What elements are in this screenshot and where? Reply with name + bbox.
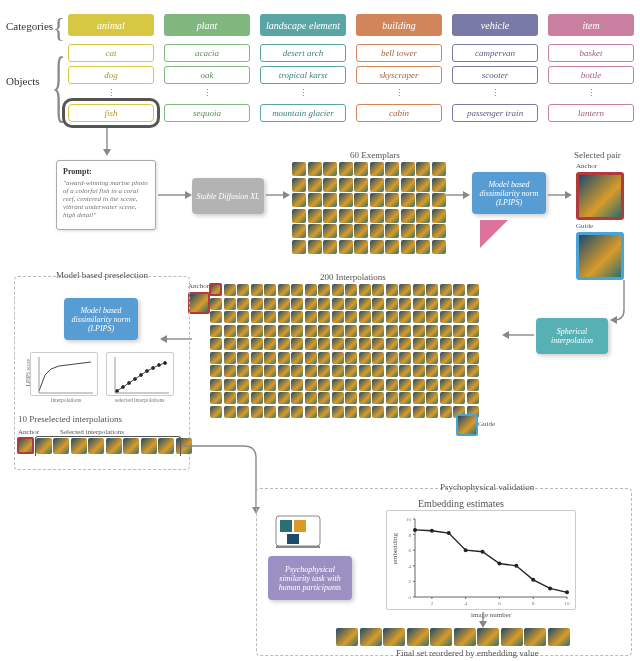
tile	[332, 311, 344, 323]
tile	[354, 193, 368, 207]
tile	[264, 392, 276, 404]
tile	[467, 365, 479, 377]
dots-row: ⋮⋮⋮⋮⋮⋮	[68, 88, 634, 98]
tile	[370, 209, 384, 223]
title-final: Final set reordered by embedding value	[396, 648, 539, 658]
tile	[399, 284, 411, 296]
tile	[426, 352, 438, 364]
object-dog: dog	[68, 66, 154, 84]
tile	[251, 311, 263, 323]
tile	[305, 379, 317, 391]
tile	[224, 406, 236, 418]
tile	[224, 392, 236, 404]
object-desert-arch: desert arch	[260, 44, 346, 62]
tile	[210, 392, 222, 404]
svg-marker-3	[185, 191, 192, 199]
tile	[210, 325, 222, 337]
tile	[426, 392, 438, 404]
tile	[318, 284, 330, 296]
tile	[467, 325, 479, 337]
prompt-title: Prompt:	[63, 167, 149, 176]
arrow-fish-to-prompt	[100, 128, 114, 156]
tile	[440, 379, 452, 391]
tile	[345, 365, 357, 377]
node-sdxl: Stable Diffusion XL	[192, 178, 264, 214]
dissimilarity-matrix-icon	[480, 220, 508, 248]
tile	[416, 240, 430, 254]
tile	[453, 379, 465, 391]
dots: ⋮	[548, 88, 634, 98]
tile	[453, 325, 465, 337]
tile	[416, 224, 430, 238]
tile	[278, 365, 290, 377]
emb-ylabel: embedding	[391, 533, 399, 564]
tile	[278, 392, 290, 404]
tile	[224, 325, 236, 337]
title-embedding: Embedding estimates	[418, 498, 504, 509]
tile	[251, 365, 263, 377]
tile	[359, 338, 371, 350]
tile	[237, 352, 249, 364]
tile	[339, 224, 353, 238]
dots: ⋮	[164, 88, 250, 98]
tile	[432, 240, 446, 254]
tile	[524, 628, 546, 646]
tile	[332, 325, 344, 337]
svg-point-59	[430, 529, 434, 533]
lpips-all-svg	[31, 353, 99, 397]
tile	[237, 338, 249, 350]
arrow-pair-slerp	[610, 280, 638, 340]
tile	[292, 162, 306, 176]
mini-chart-lpips-all: interpolations LPIPS score	[30, 352, 98, 396]
tile	[278, 379, 290, 391]
anchor-label-interp: Anchor	[188, 282, 209, 290]
tile	[413, 406, 425, 418]
tile	[305, 365, 317, 377]
tile	[440, 298, 452, 310]
tile	[278, 284, 290, 296]
tile	[305, 392, 317, 404]
tile	[386, 311, 398, 323]
object-lantern: lantern	[548, 104, 634, 122]
tile	[336, 628, 358, 646]
presel-brace	[35, 436, 181, 456]
tile	[339, 209, 353, 223]
category-vehicle: vehicle	[452, 14, 538, 36]
tile	[386, 298, 398, 310]
tile	[386, 365, 398, 377]
category-land: landscape element	[260, 14, 346, 36]
tile	[354, 162, 368, 176]
tile	[426, 406, 438, 418]
anchor-thumb-sm	[188, 292, 210, 314]
label-anchor: Anchor	[576, 162, 624, 170]
tile	[224, 352, 236, 364]
svg-point-61	[464, 548, 468, 552]
tile	[264, 365, 276, 377]
prompt-card: Prompt: "award-winning marine photo of a…	[56, 160, 156, 230]
tile	[401, 193, 415, 207]
tile	[323, 178, 337, 192]
title-psych-box: Psychophysical validation	[440, 482, 534, 492]
tile	[467, 352, 479, 364]
exemplars-grid	[292, 162, 446, 254]
tile	[278, 352, 290, 364]
tile	[386, 338, 398, 350]
tile	[251, 284, 263, 296]
tile	[305, 284, 317, 296]
tile	[399, 338, 411, 350]
tile	[339, 162, 353, 176]
anchor-thumb	[576, 172, 624, 220]
tile	[318, 406, 330, 418]
objects-row-1: catacaciadesert archbell towercampervanb…	[68, 44, 634, 62]
tile	[372, 392, 384, 404]
categories-row: animalplantlandscape elementbuildingvehi…	[68, 14, 634, 36]
tile	[264, 352, 276, 364]
tile	[305, 338, 317, 350]
dots: ⋮	[260, 88, 346, 98]
tile	[224, 379, 236, 391]
object-scooter: scooter	[452, 66, 538, 84]
tile	[308, 224, 322, 238]
tile	[292, 224, 306, 238]
tile	[359, 352, 371, 364]
tile	[308, 240, 322, 254]
